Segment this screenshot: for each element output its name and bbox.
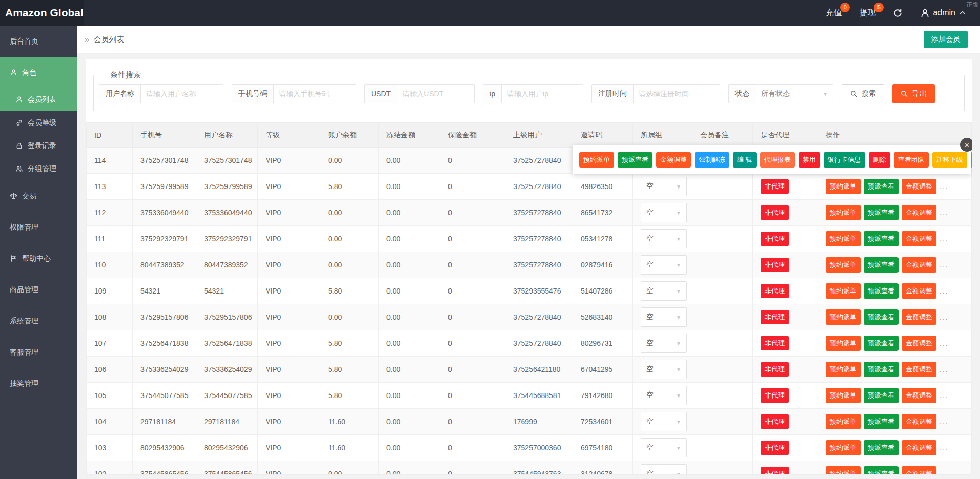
op-button-预派查看[interactable]: 预派查看 — [864, 309, 899, 325]
op-button-预约派单[interactable]: 预约派单 — [826, 414, 861, 429]
sidebar-item-权限管理[interactable]: 权限管理 — [0, 212, 77, 243]
more-actions[interactable]: ... — [940, 444, 949, 452]
sidebar-item-角色[interactable]: 角色 — [0, 57, 77, 88]
sidebar-item-抽奖管理[interactable]: 抽奖管理 — [0, 368, 77, 399]
op-button-金额调整[interactable]: 金额调整 — [902, 257, 936, 273]
refresh-button[interactable] — [893, 8, 903, 18]
op-button-金额调整[interactable]: 金额调整 — [902, 231, 936, 246]
group-select[interactable]: 空▼ — [641, 307, 687, 327]
op-button-预约派单[interactable]: 预约派单 — [826, 362, 861, 377]
sidebar-item-客服管理[interactable]: 客服管理 — [0, 337, 77, 368]
add-member-button[interactable]: 添加会员 — [924, 31, 968, 48]
more-actions[interactable]: ... — [940, 209, 949, 217]
sidebar-item-后台首页[interactable]: 后台首页 — [0, 26, 77, 57]
sidebar-item-分组管理[interactable]: 分组管理 — [0, 157, 77, 180]
sidebar-item-商品管理[interactable]: 商品管理 — [0, 274, 77, 305]
popup-button-金额调整[interactable]: 金额调整 — [656, 152, 691, 168]
op-button-预派查看[interactable]: 预派查看 — [864, 466, 899, 474]
op-button-预约派单[interactable]: 预约派单 — [826, 440, 861, 455]
status-select[interactable]: 所有状态 ▼ — [756, 85, 833, 103]
more-actions[interactable]: ... — [940, 470, 949, 474]
more-actions[interactable]: ... — [940, 261, 949, 269]
op-button-金额调整[interactable]: 金额调整 — [902, 179, 936, 194]
popup-button-预约派单[interactable]: 预约派单 — [579, 152, 614, 168]
field-input-用户名称[interactable] — [141, 85, 223, 103]
more-actions[interactable]: ... — [940, 182, 949, 191]
popup-button-账变[interactable]: 账变 — [971, 152, 972, 168]
op-button-预派查看[interactable]: 预派查看 — [864, 362, 899, 377]
op-button-金额调整[interactable]: 金额调整 — [902, 336, 936, 351]
op-button-预约派单[interactable]: 预约派单 — [826, 336, 861, 351]
popup-button-编 辑[interactable]: 编 辑 — [733, 152, 757, 168]
popup-button-查看团队[interactable]: 查看团队 — [894, 152, 929, 168]
op-button-预派查看[interactable]: 预派查看 — [864, 179, 899, 194]
sidebar-item-帮助中心[interactable]: 帮助中心 — [0, 243, 77, 274]
sidebar-item-登录记录[interactable]: 登录记录 — [0, 134, 77, 157]
field-input-ip[interactable] — [502, 85, 583, 103]
op-button-金额调整[interactable]: 金额调整 — [902, 309, 936, 325]
export-button[interactable]: 导出 — [892, 84, 935, 103]
op-button-金额调整[interactable]: 金额调整 — [902, 440, 936, 455]
group-select[interactable]: 空▼ — [641, 360, 687, 379]
op-button-金额调整[interactable]: 金额调整 — [902, 362, 936, 377]
op-button-预派查看[interactable]: 预派查看 — [864, 205, 899, 220]
op-button-金额调整[interactable]: 金额调整 — [902, 466, 936, 474]
op-button-预派查看[interactable]: 预派查看 — [864, 231, 899, 246]
field-input-手机号码[interactable] — [274, 85, 356, 103]
op-button-金额调整[interactable]: 金额调整 — [902, 388, 936, 403]
recharge-button[interactable]: 充值 0 — [825, 8, 842, 18]
op-button-预派查看[interactable]: 预派查看 — [864, 414, 899, 429]
sidebar-item-会员列表[interactable]: 会员列表 — [0, 88, 77, 111]
op-button-金额调整[interactable]: 金额调整 — [902, 414, 936, 429]
popup-button-银行卡信息[interactable]: 银行卡信息 — [824, 152, 865, 168]
op-button-预派查看[interactable]: 预派查看 — [864, 257, 899, 273]
op-button-预约派单[interactable]: 预约派单 — [826, 205, 861, 220]
op-button-预派查看[interactable]: 预派查看 — [864, 440, 899, 455]
op-button-金额调整[interactable]: 金额调整 — [902, 283, 936, 299]
op-button-预约派单[interactable]: 预约派单 — [826, 231, 861, 246]
op-button-预派查看[interactable]: 预派查看 — [864, 336, 899, 351]
group-select[interactable]: 空▼ — [641, 255, 687, 275]
field-input-USDT[interactable] — [397, 85, 474, 103]
group-select[interactable]: 空▼ — [641, 177, 687, 196]
sidebar-item-交易[interactable]: 交易 — [0, 180, 77, 212]
more-actions[interactable]: ... — [940, 391, 949, 400]
op-button-预约派单[interactable]: 预约派单 — [826, 466, 861, 474]
popup-button-强制解冻[interactable]: 强制解冻 — [695, 152, 729, 168]
sidebar-item-系统管理[interactable]: 系统管理 — [0, 305, 77, 337]
op-button-预约派单[interactable]: 预约派单 — [826, 179, 861, 194]
group-select[interactable]: 空▼ — [641, 203, 687, 222]
popup-button-禁用[interactable]: 禁用 — [799, 152, 820, 168]
more-actions[interactable]: ... — [940, 313, 949, 321]
group-select[interactable]: 空▼ — [641, 438, 687, 457]
op-button-金额调整[interactable]: 金额调整 — [902, 205, 936, 220]
search-button[interactable]: 搜索 — [842, 84, 884, 103]
sidebar-item-会员等级[interactable]: 会员等级 — [0, 111, 77, 134]
field-input-注册时间[interactable] — [634, 85, 720, 103]
group-select[interactable]: 空▼ — [641, 464, 687, 474]
group-select[interactable]: 空▼ — [641, 281, 687, 301]
popup-button-预派查看[interactable]: 预派查看 — [618, 152, 652, 168]
op-button-预约派单[interactable]: 预约派单 — [826, 257, 861, 273]
group-select[interactable]: 空▼ — [641, 229, 687, 248]
op-button-预约派单[interactable]: 预约派单 — [826, 309, 861, 325]
close-icon[interactable]: × — [960, 138, 972, 152]
popup-button-代理报表[interactable]: 代理报表 — [760, 152, 795, 168]
op-button-预派查看[interactable]: 预派查看 — [864, 283, 899, 299]
more-actions[interactable]: ... — [940, 365, 949, 373]
cell-remark — [692, 435, 753, 461]
popup-button-迁移下级[interactable]: 迁移下级 — [932, 152, 967, 168]
popup-button-删除[interactable]: 删除 — [869, 152, 890, 168]
user-menu[interactable]: admin — [920, 8, 967, 18]
op-button-预约派单[interactable]: 预约派单 — [826, 283, 861, 299]
more-actions[interactable]: ... — [940, 287, 949, 295]
more-actions[interactable]: ... — [940, 418, 949, 426]
withdraw-button[interactable]: 提现 5 — [859, 8, 875, 18]
op-button-预约派单[interactable]: 预约派单 — [826, 388, 861, 403]
more-actions[interactable]: ... — [940, 339, 949, 347]
more-actions[interactable]: ... — [940, 235, 949, 243]
op-button-预派查看[interactable]: 预派查看 — [864, 388, 899, 403]
group-select[interactable]: 空▼ — [641, 386, 687, 405]
group-select[interactable]: 空▼ — [641, 412, 687, 431]
group-select[interactable]: 空▼ — [641, 334, 687, 353]
